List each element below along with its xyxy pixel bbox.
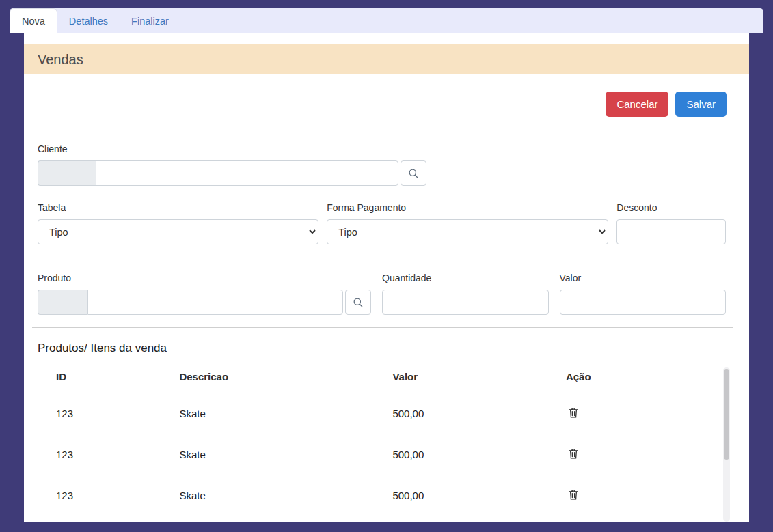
cancel-button[interactable]: Cancelar [606, 92, 668, 117]
page-title: Vendas [38, 52, 83, 68]
valor-field: Valor [560, 272, 727, 315]
save-button[interactable]: Salvar [675, 92, 727, 117]
cell-descricao: Skate [169, 475, 383, 516]
search-icon [408, 168, 419, 179]
quantidade-label: Quantidade [382, 272, 549, 283]
trash-icon [569, 489, 578, 500]
content-card: Vendas Cancelar Salvar Cliente Tabela [24, 33, 749, 522]
items-table-body: 123 Skate 500,00 123 Skate 500,00 [46, 393, 713, 516]
table-row: 123 Skate 500,00 [46, 475, 713, 516]
trash-icon [569, 407, 578, 418]
desconto-field: Desconto [616, 202, 726, 244]
trash-icon [569, 448, 578, 459]
cliente-prefix [38, 160, 96, 186]
valor-input[interactable] [560, 290, 727, 315]
forma-pagamento-label: Forma Pagamento [327, 202, 608, 213]
cliente-search-button[interactable] [401, 160, 426, 186]
produto-search-button[interactable] [345, 290, 371, 315]
tab-bar: Nova Detalhes Finalizar [10, 8, 763, 33]
produto-input-group [38, 290, 371, 315]
form-section-produto: Produto Quantidade [24, 257, 749, 327]
cell-id: 123 [46, 475, 169, 516]
tabela-select[interactable]: Tipo [38, 219, 318, 244]
divider [32, 327, 733, 328]
cell-descricao: Skate [169, 393, 383, 434]
tabela-label: Tabela [38, 202, 318, 213]
form-row-pagamento: Tabela Tipo Forma Pagamento Tipo Descont… [38, 202, 726, 244]
cell-valor: 500,00 [383, 475, 556, 516]
cliente-input-group [38, 160, 426, 186]
table-row: 123 Skate 500,00 [46, 434, 713, 475]
cell-descricao: Skate [169, 434, 383, 475]
produto-group [38, 290, 343, 315]
valor-label: Valor [560, 272, 727, 283]
action-buttons: Cancelar Salvar [24, 74, 749, 128]
forma-pagamento-field: Forma Pagamento Tipo [327, 202, 608, 244]
produto-prefix [38, 290, 87, 315]
cell-acao [556, 393, 713, 434]
column-header-id: ID [46, 361, 169, 393]
cell-acao [556, 475, 713, 516]
cell-acao [556, 434, 713, 475]
form-section-cliente: Cliente Tabela Tipo Forma Pagamen [24, 128, 749, 257]
table-header-row: ID Descricao Valor Ação [46, 361, 713, 393]
tab-nova[interactable]: Nova [10, 8, 57, 33]
cell-valor: 500,00 [383, 393, 556, 434]
scrollbar-thumb[interactable] [724, 369, 729, 460]
cliente-group [38, 160, 398, 186]
desconto-input[interactable] [616, 219, 726, 244]
form-row-produto: Produto Quantidade [38, 272, 726, 315]
cell-id: 123 [46, 393, 169, 434]
scrollbar[interactable] [723, 367, 730, 522]
tab-detalhes[interactable]: Detalhes [57, 8, 120, 33]
cliente-input[interactable] [96, 160, 398, 186]
tabela-field: Tabela Tipo [38, 202, 318, 244]
delete-button[interactable] [569, 489, 578, 500]
produto-input[interactable] [87, 290, 343, 315]
delete-button[interactable] [569, 448, 578, 459]
column-header-valor: Valor [383, 361, 556, 393]
table-row: 123 Skate 500,00 [46, 393, 713, 434]
desconto-label: Desconto [616, 202, 726, 213]
quantidade-field: Quantidade [382, 272, 549, 315]
page-header: Vendas [24, 44, 749, 74]
cliente-label: Cliente [38, 143, 726, 154]
delete-button[interactable] [569, 407, 578, 418]
cell-id: 123 [46, 434, 169, 475]
produto-label: Produto [38, 272, 371, 283]
items-section-title: Produtos/ Itens da venda [38, 341, 726, 355]
forma-pagamento-select[interactable]: Tipo [327, 219, 608, 244]
produto-field: Produto [38, 272, 371, 315]
column-header-descricao: Descricao [169, 361, 383, 393]
search-icon [353, 297, 364, 308]
items-table: ID Descricao Valor Ação 123 Skate 500,00 [46, 361, 713, 516]
quantidade-input[interactable] [382, 290, 549, 315]
tab-finalizar[interactable]: Finalizar [120, 8, 180, 33]
column-header-acao: Ação [556, 361, 713, 393]
cell-valor: 500,00 [383, 434, 556, 475]
